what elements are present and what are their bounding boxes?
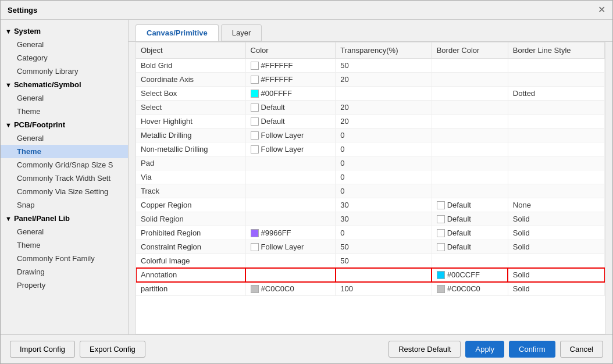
cell-object[interactable]: Colorful Image [136,254,245,268]
sidebar-group-header-schematic[interactable]: ▼ Schematic/Symbol [1,78,128,91]
cell-object[interactable]: Hover Highlight [136,115,245,129]
cell-color[interactable] [245,170,336,184]
cell-object[interactable]: Non-metallic Drilling [136,142,245,156]
cell-color[interactable] [245,156,336,170]
sidebar-item-commonly-font[interactable]: Commonly Font Family [1,252,128,265]
cell-border-style [508,184,604,198]
table-row: Bold Grid#FFFFFF50 [136,59,605,73]
cell-color[interactable]: Follow Layer [245,142,336,156]
cell-border-style: Solid [508,212,604,226]
cell-color[interactable]: Follow Layer [245,129,336,142]
sidebar-item-commonly-library[interactable]: Commonly Library [1,65,128,78]
sidebar-group-pcb: ▼ PCB/Footprint General Theme Commonly G… [1,118,128,212]
cell-border-color[interactable]: Default [432,212,508,226]
table-row: partition#C0C0C0100#C0C0C0Solid [136,282,605,296]
sidebar-item-grid-snap[interactable]: Commonly Grid/Snap Size S [1,158,128,172]
sidebar-group-header-system[interactable]: ▼ System [1,24,128,38]
cell-color[interactable]: #00FFFF [245,87,336,101]
cell-transparency: 30 [336,198,432,212]
sidebar-item-drawing[interactable]: Drawing [1,265,128,279]
cell-border-color[interactable] [432,115,508,129]
sidebar-item-theme-panel[interactable]: Theme [1,238,128,252]
cell-border-style [508,142,604,156]
cell-object[interactable]: Constraint Region [136,240,245,254]
sidebar-group-header-pcb[interactable]: ▼ PCB/Footprint [1,118,128,131]
cell-object[interactable]: Track [136,184,245,198]
table-header-row: Object Color Transparency(%) Border Colo… [136,42,605,59]
cell-object[interactable]: Bold Grid [136,59,245,73]
cell-border-color[interactable]: Default [432,226,508,240]
sidebar-item-snap[interactable]: Snap [1,198,128,212]
sidebar-item-via-size[interactable]: Commonly Via Size Setting [1,185,128,198]
cell-transparency: 0 [336,156,432,170]
cell-object[interactable]: Copper Region [136,198,245,212]
sidebar-item-category[interactable]: Category [1,51,128,65]
cell-border-color[interactable] [432,87,508,101]
cell-border-color[interactable]: #C0C0C0 [432,282,508,296]
cell-border-color[interactable] [432,184,508,198]
cell-object[interactable]: Select [136,101,245,115]
export-config-button[interactable]: Export Config [80,341,145,358]
cell-border-color[interactable]: Default [432,240,508,254]
cell-color[interactable]: Default [245,101,336,115]
confirm-button[interactable]: Confirm [509,341,555,358]
cell-object[interactable]: Solid Region [136,212,245,226]
cell-color[interactable]: #9966FF [245,226,336,240]
tab-canvas-primitive[interactable]: Canvas/Primitive [136,24,219,41]
cell-object[interactable]: Via [136,170,245,184]
import-config-button[interactable]: Import Config [10,341,75,358]
table-row: Coordinate Axis#FFFFFF20 [136,73,605,87]
table-row: Pad0 [136,156,605,170]
group-label-panel: Panel/Panel Lib [14,214,70,223]
sidebar-item-general-pcb[interactable]: General [1,131,128,145]
tab-layer[interactable]: Layer [221,24,262,41]
cell-object[interactable]: partition [136,282,245,296]
cell-color[interactable]: #FFFFFF [245,73,336,87]
sidebar-item-general-system[interactable]: General [1,38,128,51]
cell-border-color[interactable] [432,156,508,170]
cell-border-color[interactable] [432,73,508,87]
sidebar-item-theme-schematic[interactable]: Theme [1,105,128,118]
table-row: Track0 [136,184,605,198]
cell-color[interactable] [245,212,336,226]
cell-color[interactable] [245,184,336,198]
sidebar-group-panel: ▼ Panel/Panel Lib General Theme [1,212,128,252]
sidebar-item-theme-pcb[interactable]: Theme [1,145,128,158]
cell-transparency: 50 [336,254,432,268]
cell-object[interactable]: Coordinate Axis [136,73,245,87]
cell-border-color[interactable] [432,59,508,73]
cell-border-color[interactable]: Default [432,198,508,212]
cell-border-color[interactable]: #00CCFF [432,268,508,282]
sidebar-item-general-schematic[interactable]: General [1,91,128,105]
cell-object[interactable]: Metallic Drilling [136,129,245,142]
table-row: Solid Region30DefaultSolid [136,212,605,226]
cancel-button[interactable]: Cancel [560,341,603,358]
cell-color[interactable] [245,198,336,212]
apply-button[interactable]: Apply [465,341,504,358]
sidebar-group-header-panel[interactable]: ▼ Panel/Panel Lib [1,212,128,225]
cell-color[interactable]: #C0C0C0 [245,282,336,296]
sidebar-item-general-panel[interactable]: General [1,225,128,238]
cell-transparency: 100 [336,282,432,296]
cell-color[interactable]: #FFFFFF [245,59,336,73]
cell-border-color[interactable] [432,142,508,156]
sidebar-item-track-width[interactable]: Commonly Track Width Sett [1,172,128,185]
cell-color[interactable]: Default [245,115,336,129]
restore-default-button[interactable]: Restore Default [389,341,461,358]
table-row: Copper Region30DefaultNone [136,198,605,212]
cell-color[interactable] [245,268,336,282]
cell-border-style [508,73,604,87]
cell-object[interactable]: Prohibited Region [136,226,245,240]
cell-object[interactable]: Annotation [136,268,245,282]
cell-color[interactable] [245,254,336,268]
sidebar-item-property[interactable]: Property [1,279,128,292]
cell-object[interactable]: Pad [136,156,245,170]
cell-color[interactable]: Follow Layer [245,240,336,254]
cell-border-style: None [508,198,604,212]
cell-object[interactable]: Select Box [136,87,245,101]
cell-border-color[interactable] [432,101,508,115]
cell-border-color[interactable] [432,129,508,142]
cell-border-color[interactable] [432,170,508,184]
cell-border-color[interactable] [432,254,508,268]
close-button[interactable]: ✕ [598,5,605,15]
